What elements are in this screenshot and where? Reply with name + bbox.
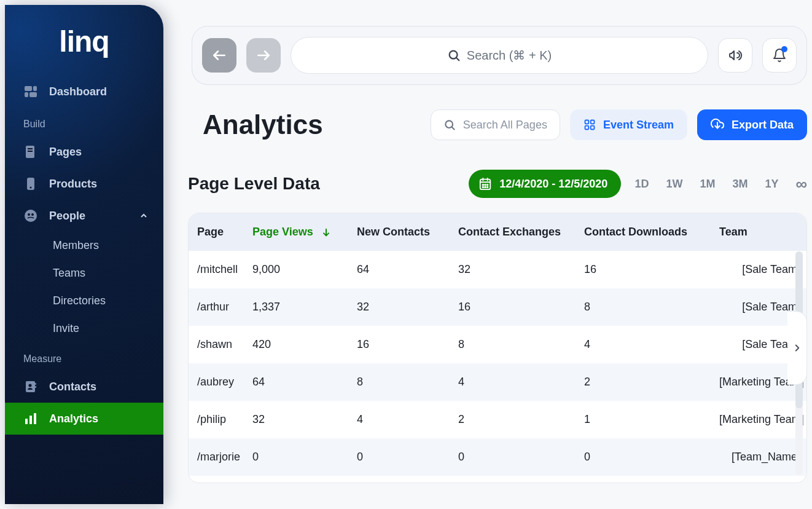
col-new-contacts[interactable]: New Contacts: [348, 213, 450, 251]
table-row[interactable]: /philip32421[Marketing Team]: [189, 401, 807, 438]
cell-downloads: 8: [576, 288, 711, 326]
dashboard-icon: [23, 84, 38, 99]
cell-views: 1,337: [244, 288, 348, 326]
sidebar-item-analytics[interactable]: Analytics: [5, 403, 163, 435]
date-range-text: 12/4/2020 - 12/5/2020: [499, 178, 607, 191]
svg-rect-13: [35, 383, 36, 385]
sidebar-item-people[interactable]: People: [5, 200, 163, 232]
global-search[interactable]: Search (⌘ + K): [291, 37, 708, 74]
table-row[interactable]: /shawn4201684[Sale Team]: [189, 326, 807, 363]
export-data-button[interactable]: Export Data: [697, 109, 807, 140]
cell-team: [Sale Team]: [711, 251, 807, 288]
svg-rect-28: [591, 126, 595, 130]
col-team[interactable]: Team: [711, 213, 807, 251]
search-icon: [447, 49, 461, 62]
cell-exchanges: 16: [450, 288, 576, 326]
col-page[interactable]: Page: [189, 213, 244, 251]
stream-icon: [584, 119, 596, 131]
range-3m[interactable]: 3M: [732, 178, 748, 191]
svg-point-10: [28, 213, 30, 216]
sidebar-subitem-teams[interactable]: Teams: [5, 259, 163, 287]
cell-downloads: 0: [576, 438, 711, 476]
page-level-table: Page Page Views New Contacts Contact Exc…: [189, 213, 807, 476]
svg-rect-3: [29, 92, 37, 97]
cell-page: /marjorie: [189, 438, 244, 476]
svg-rect-0: [25, 86, 32, 91]
svg-point-39: [487, 187, 488, 188]
svg-rect-1: [33, 86, 37, 91]
analytics-icon: [23, 411, 38, 426]
notifications-button[interactable]: [762, 38, 797, 73]
cell-views: 420: [244, 326, 348, 363]
range-1m[interactable]: 1M: [700, 178, 715, 191]
col-contact-downloads[interactable]: Contact Downloads: [576, 213, 711, 251]
col-contact-exchanges[interactable]: Contact Exchanges: [450, 213, 576, 251]
sidebar-section-measure: Measure: [5, 342, 163, 371]
svg-point-11: [31, 213, 34, 216]
range-1w[interactable]: 1W: [666, 178, 682, 191]
sidebar-section-build: Build: [5, 108, 163, 136]
page-title: Analytics: [203, 109, 421, 140]
topbar: Search (⌘ + K): [192, 26, 807, 85]
cell-team: [Marketing Team]: [711, 401, 807, 438]
section-subtitle: Page Level Data: [188, 174, 320, 194]
search-all-pages[interactable]: Search All Pages: [431, 109, 560, 140]
cell-new-contacts: 8: [348, 363, 450, 401]
announcements-button[interactable]: [718, 38, 752, 73]
svg-point-8: [30, 187, 32, 189]
cell-page: /shawn: [189, 326, 244, 363]
cell-downloads: 4: [576, 326, 711, 363]
sidebar-item-contacts[interactable]: Contacts: [5, 371, 163, 403]
svg-point-36: [487, 184, 488, 186]
svg-rect-14: [35, 386, 36, 388]
history-back-button[interactable]: [202, 38, 236, 73]
search-all-placeholder: Search All Pages: [463, 119, 547, 132]
event-stream-label: Event Stream: [603, 119, 674, 132]
brand-logo: linq: [5, 14, 163, 76]
cell-exchanges: 2: [450, 401, 576, 438]
sidebar-subitem-directories[interactable]: Directories: [5, 287, 163, 315]
range-infinity[interactable]: ∞: [795, 178, 807, 189]
sidebar-item-dashboard[interactable]: Dashboard: [5, 76, 163, 108]
svg-rect-5: [28, 148, 33, 149]
range-1y[interactable]: 1Y: [765, 178, 778, 191]
cell-exchanges: 4: [450, 363, 576, 401]
horizontal-scroll-right-button[interactable]: [787, 311, 807, 385]
sidebar-item-products[interactable]: Products: [5, 168, 163, 200]
cell-new-contacts: 16: [348, 326, 450, 363]
search-icon: [443, 119, 456, 131]
table-row[interactable]: /arthur1,33732168[Sale Team]: [189, 288, 807, 326]
event-stream-button[interactable]: Event Stream: [570, 109, 687, 140]
cell-downloads: 1: [576, 401, 711, 438]
search-placeholder: Search (⌘ + K): [467, 48, 552, 63]
sidebar-subitem-invite[interactable]: Invite: [5, 315, 163, 342]
table-row[interactable]: /aubrey64842[Marketing Team]: [189, 363, 807, 401]
sidebar-subitem-members[interactable]: Members: [5, 232, 163, 259]
subheader: Page Level Data 12/4/2020 - 12/5/2020 1D…: [188, 170, 807, 198]
megaphone-icon: [728, 48, 743, 63]
history-forward-button[interactable]: [246, 38, 281, 73]
col-page-views[interactable]: Page Views: [244, 213, 348, 251]
chevron-up-icon: [139, 211, 149, 221]
table-header-row: Page Page Views New Contacts Contact Exc…: [189, 213, 807, 251]
date-range-selector[interactable]: 12/4/2020 - 12/5/2020: [469, 170, 621, 198]
range-1d[interactable]: 1D: [634, 178, 649, 191]
notification-dot: [781, 46, 787, 52]
cloud-download-icon: [711, 118, 724, 132]
cell-views: 0: [244, 438, 348, 476]
cell-exchanges: 8: [450, 326, 576, 363]
range-presets: 1D 1W 1M 3M 1Y ∞: [634, 178, 807, 191]
svg-rect-2: [25, 92, 28, 97]
table-row[interactable]: /mitchell9,000643216[Sale Team]: [189, 251, 807, 288]
sidebar-item-label: Analytics: [49, 412, 98, 425]
svg-rect-27: [585, 126, 588, 130]
svg-line-24: [452, 127, 455, 130]
svg-rect-26: [591, 120, 595, 124]
sidebar-item-pages[interactable]: Pages: [5, 136, 163, 168]
table-row[interactable]: /marjorie0000[Team_Name]: [189, 438, 807, 476]
export-label: Export Data: [732, 119, 794, 132]
cell-page: /aubrey: [189, 363, 244, 401]
people-icon: [23, 208, 38, 223]
cell-page: /arthur: [189, 288, 244, 326]
sidebar-item-label: Pages: [49, 146, 82, 159]
